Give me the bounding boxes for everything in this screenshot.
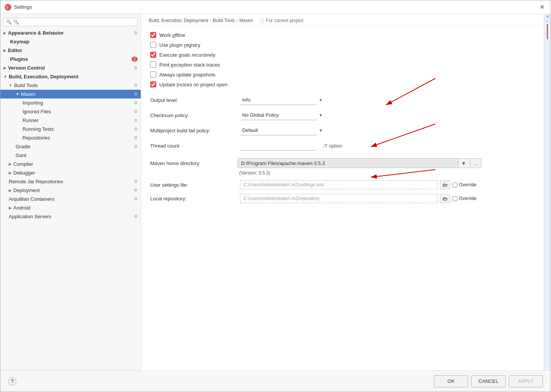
multiproject-policy-dropdown[interactable]: Default AT_END NEVER FAIL_AT_END [241,125,317,135]
local-repo-override-label: Override [459,196,476,201]
sidebar-item-plugins[interactable]: Plugins 1 [0,55,141,63]
output-level-label: Output level: [150,97,238,103]
sidebar-item-appearance[interactable]: ▶ Appearance & Behavior ⚙ [0,29,141,37]
user-settings-folder-btn[interactable]: 🗁 [440,180,450,189]
sidebar-item-compiler[interactable]: ▶ Compiler [0,160,141,168]
close-button[interactable]: ✕ [537,3,547,11]
settings-icon: S [4,3,12,11]
arrow-icon: ▶ [9,162,12,166]
arrow-icon: ▶ [9,206,12,210]
breadcrumb-part1: Build, Execution, Deployment [149,18,208,23]
config-icon: ⚙ [134,214,138,219]
sidebar-item-keymap[interactable]: Keymap [0,37,141,46]
bottom-bar: ? OK CANCEL APPLY [0,370,551,392]
sidebar-item-app-servers[interactable]: Application Servers ⚙ [0,212,141,221]
help-button[interactable]: ? [8,377,16,386]
sidebar-item-label: Build Tools [14,83,134,88]
sidebar-item-repositories[interactable]: Repositories ⚙ [0,133,141,142]
arrow-icon: ▶ [3,48,6,52]
user-settings-override: Override [453,182,476,187]
checksum-policy-control: No Global Policy Warn Fail Ignore ▼ [241,110,324,120]
always-update-label: Always update snapshots [159,72,215,78]
search-icon: 🔍 [6,19,12,25]
config-icon: ⚙ [134,65,138,70]
checksum-policy-dropdown[interactable]: No Global Policy Warn Fail Ignore [241,110,317,120]
sidebar-item-debugger[interactable]: ▶ Debugger [0,168,141,177]
work-offline-checkbox[interactable] [150,32,156,38]
arrow-icon: ▼ [16,92,19,96]
local-repo-override-checkbox[interactable] [453,196,457,201]
sidebar-item-importing[interactable]: Importing ⚙ [0,98,141,107]
sidebar-item-label: Plugins [10,56,130,62]
sidebar-item-label: Ignored Files [22,109,134,114]
sidebar-item-label: Gradle [16,144,134,149]
config-icon: ⚙ [134,127,138,132]
sidebar: 🔍 ▶ Appearance & Behavior ⚙ Keymap ▶ Edi… [0,14,141,370]
t-option-label: -T option [323,143,342,149]
chevron-down-icon: ▼ [319,98,323,102]
right-strip-bar [547,24,548,39]
arrow-icon: ▼ [3,75,7,79]
local-repo-input[interactable] [240,194,438,203]
sidebar-item-label: Maven [21,91,134,97]
update-indices-checkbox[interactable] [150,81,156,87]
sidebar-item-editor[interactable]: ▶ Editor [0,46,141,55]
apply-button[interactable]: APPLY [509,375,543,387]
arrow-icon [6,40,9,44]
sidebar-item-maven[interactable]: ▼ Maven ⚙ [0,90,141,98]
search-input[interactable] [13,19,135,25]
sidebar-item-label: Appearance & Behavior [8,30,134,36]
project-label: For current project [266,18,303,23]
maven-home-input[interactable] [238,158,458,168]
config-icon: ⚙ [134,188,138,193]
local-repo-folder-btn[interactable]: 🗁 [440,194,450,203]
maven-home-more-btn[interactable]: ... [470,158,481,168]
multiproject-policy-label: Multiproject build fail policy: [150,128,238,133]
maven-home-row: Maven home directory: ▼ ... [150,158,535,168]
sidebar-item-label: Runner [22,117,134,123]
checkbox-row-plugin-registry: Use plugin registry [150,42,535,48]
ok-button[interactable]: OK [434,375,468,387]
config-icon: ⚙ [134,109,138,114]
print-exception-label: Print exception stack traces [159,62,220,68]
sidebar-item-version-control[interactable]: ▶ Version Control ⚙ [0,63,141,72]
user-settings-input[interactable] [240,180,438,189]
always-update-checkbox[interactable] [150,71,156,78]
multiproject-policy-control: Default AT_END NEVER FAIL_AT_END ▼ [241,125,324,135]
sidebar-item-gant[interactable]: Gant [0,151,141,160]
sidebar-item-remote-jar[interactable]: Remote Jar Repositories ⚙ [0,177,141,186]
sidebar-item-gradle[interactable]: Gradle ⚙ [0,142,141,151]
plugin-registry-checkbox[interactable] [150,42,156,48]
thread-count-input[interactable] [241,141,317,151]
user-settings-override-checkbox[interactable] [453,183,457,187]
project-icon: 📄 [259,18,265,23]
config-icon: ⚙ [134,30,138,35]
local-repo-label: Local repository: [150,196,238,202]
sidebar-item-deployment[interactable]: ▶ Deployment ⚙ [0,186,141,195]
search-box[interactable]: 🔍 [3,18,138,26]
sidebar-item-label: Remote Jar Repositories [9,179,134,184]
sidebar-item-arquillian[interactable]: Arquillian Containers ⚙ [0,195,141,203]
sidebar-item-runner[interactable]: Runner ⚙ [0,116,141,125]
config-icon: ⚙ [134,135,138,140]
settings-content: Work offline Use plugin registry Execute… [141,26,544,370]
maven-home-dropdown-btn[interactable]: ▼ [458,158,470,168]
sidebar-item-android[interactable]: ▶ Android [0,203,141,212]
print-exception-checkbox[interactable] [150,62,156,68]
output-level-control: Info Debug Error Warn ▼ [241,95,324,105]
sidebar-item-ignored-files[interactable]: Ignored Files ⚙ [0,107,141,116]
arrow-icon [6,57,9,61]
sidebar-item-label: Build, Execution, Deployment [9,74,138,79]
cancel-button[interactable]: CANCEL [471,375,506,387]
dialog-title: Settings [14,4,32,10]
config-icon: ⚙ [134,100,138,105]
sidebar-item-label: Editor [8,48,138,53]
output-level-dropdown[interactable]: Info Debug Error Warn [241,95,317,105]
chevron-down-icon: ▼ [319,128,323,133]
sidebar-item-build-tools[interactable]: ▼ Build Tools ⚙ [0,81,141,90]
sidebar-item-running-tests[interactable]: Running Tests ⚙ [0,125,141,133]
sidebar-item-label: Application Servers [9,214,134,219]
execute-goals-checkbox[interactable] [150,52,156,58]
sidebar-item-build-exec[interactable]: ▼ Build, Execution, Deployment [0,72,141,81]
breadcrumb-sep1: › [210,18,211,23]
